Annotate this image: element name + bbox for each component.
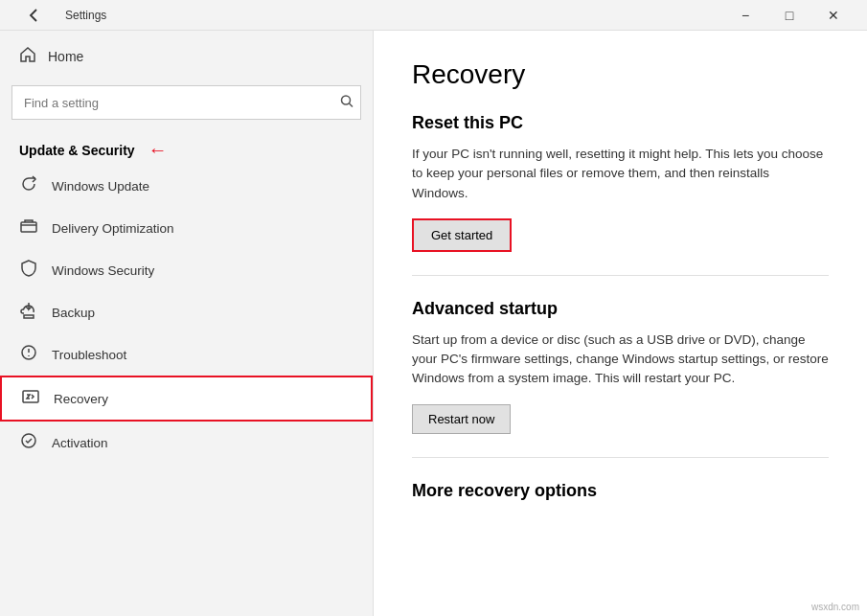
minimize-button[interactable]: − (723, 0, 767, 31)
reset-heading: Reset this PC (412, 113, 829, 133)
section-divider-1 (412, 275, 829, 276)
home-icon (19, 46, 36, 66)
sidebar-item-recovery[interactable]: Recovery (0, 376, 373, 422)
svg-rect-7 (23, 391, 38, 402)
reset-section: Reset this PC If your PC isn't running w… (412, 113, 829, 252)
window-controls: − □ ✕ (723, 0, 856, 31)
more-recovery-heading: More recovery options (412, 481, 829, 501)
sidebar-label-delivery-optimization: Delivery Optimization (52, 221, 174, 236)
more-recovery-section: More recovery options (412, 481, 829, 501)
back-button[interactable] (11, 0, 56, 31)
arrow-indicator: ← (148, 139, 168, 161)
svg-rect-3 (21, 222, 36, 232)
page-title: Recovery (412, 59, 829, 90)
recovery-icon (21, 388, 40, 409)
get-started-button[interactable]: Get started (412, 218, 512, 252)
section-divider-2 (412, 457, 829, 458)
search-icon (340, 95, 354, 108)
activation-icon (19, 432, 38, 453)
sidebar-label-windows-update: Windows Update (52, 179, 149, 194)
sidebar-label-backup: Backup (52, 306, 95, 320)
title-bar: Settings − □ ✕ (0, 0, 867, 31)
backup-icon (19, 302, 38, 323)
sidebar: Home Update & Security ← (0, 31, 374, 616)
restart-now-button[interactable]: Restart now (412, 404, 511, 434)
sidebar-label-troubleshoot: Troubleshoot (52, 348, 126, 362)
advanced-startup-description: Start up from a device or disc (such as … (412, 331, 829, 389)
maximize-button[interactable]: □ (767, 0, 811, 31)
back-icon (25, 7, 42, 24)
sidebar-item-backup[interactable]: Backup (0, 291, 373, 333)
main-container: Home Update & Security ← (0, 31, 867, 616)
sidebar-item-activation[interactable]: Activation (0, 422, 373, 464)
sidebar-label-recovery: Recovery (54, 392, 108, 406)
search-button[interactable] (340, 95, 354, 111)
sidebar-label-activation: Activation (52, 436, 108, 450)
sidebar-item-home[interactable]: Home (0, 31, 373, 81)
section-title: Update & Security ← (0, 131, 373, 165)
sidebar-item-windows-security[interactable]: Windows Security (0, 249, 373, 291)
sidebar-item-troubleshoot[interactable]: Troubleshoot (0, 333, 373, 376)
watermark: wsxdn.com (811, 602, 859, 612)
search-input[interactable] (11, 85, 361, 120)
advanced-startup-section: Advanced startup Start up from a device … (412, 299, 829, 434)
home-label: Home (48, 49, 83, 64)
delivery-icon (19, 217, 38, 239)
sidebar-label-windows-security: Windows Security (52, 263, 154, 278)
title-bar-left: Settings (11, 0, 723, 31)
security-icon (19, 260, 38, 281)
sidebar-item-windows-update[interactable]: Windows Update (0, 165, 373, 207)
update-icon (19, 175, 38, 196)
sidebar-item-delivery-optimization[interactable]: Delivery Optimization (0, 207, 373, 249)
svg-point-0 (342, 96, 351, 104)
search-container (11, 85, 361, 120)
reset-description: If your PC isn't running well, resetting… (412, 145, 829, 203)
svg-line-1 (350, 103, 354, 107)
troubleshoot-icon (19, 344, 38, 365)
advanced-startup-heading: Advanced startup (412, 299, 829, 319)
content-panel: Recovery Reset this PC If your PC isn't … (374, 31, 867, 616)
app-title: Settings (65, 9, 106, 22)
close-button[interactable]: ✕ (811, 0, 856, 31)
